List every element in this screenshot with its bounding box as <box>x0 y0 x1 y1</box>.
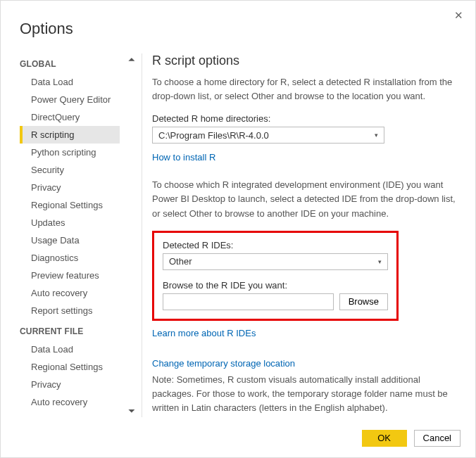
chevron-down-icon: ▾ <box>375 132 378 139</box>
sidebar-item-preview-features[interactable]: Preview features <box>20 267 120 284</box>
home-dir-value: C:\Program Files\R\R-4.0.0 <box>158 130 269 141</box>
ide-path-input[interactable] <box>163 293 334 310</box>
sidebar-item-usage-data[interactable]: Usage Data <box>20 231 120 249</box>
ide-value: Other <box>169 256 192 267</box>
ok-button[interactable]: OK <box>362 430 407 447</box>
ide-dropdown[interactable]: Other ▾ <box>163 253 388 270</box>
home-dir-dropdown[interactable]: C:\Program Files\R\R-4.0.0 ▾ <box>152 127 384 144</box>
ide-label: Detected R IDEs: <box>163 240 388 250</box>
sidebar-item-privacy[interactable]: Privacy <box>20 179 120 196</box>
panel-heading: R script options <box>152 53 459 68</box>
sidebar-item-directquery[interactable]: DirectQuery <box>20 108 120 126</box>
chevron-down-icon: ▾ <box>378 258 382 265</box>
learn-more-link[interactable]: Learn more about R IDEs <box>152 328 256 338</box>
browse-button[interactable]: Browse <box>339 293 388 310</box>
sidebar-item-cf-data-load[interactable]: Data Load <box>20 341 120 358</box>
scroll-down-icon[interactable]: ⏷ <box>125 405 137 417</box>
close-icon[interactable]: ✕ <box>451 7 466 23</box>
column-divider <box>142 53 142 417</box>
sidebar-scrollbar[interactable]: ⏶ ⏷ <box>125 53 137 417</box>
ide-highlight-box: Detected R IDEs: Other ▾ Browse to the R… <box>152 231 399 321</box>
sidebar: GLOBAL Data Load Power Query Editor Dire… <box>20 53 125 417</box>
ide-intro-text: To choose which R integrated development… <box>152 178 459 220</box>
browse-label: Browse to the R IDE you want: <box>163 280 388 291</box>
sidebar-item-data-load[interactable]: Data Load <box>20 73 120 91</box>
sidebar-item-regional-settings[interactable]: Regional Settings <box>20 196 120 214</box>
cancel-button[interactable]: Cancel <box>414 430 461 447</box>
sidebar-item-python-scripting[interactable]: Python scripting <box>20 144 120 161</box>
options-panel: R script options To choose a home direct… <box>152 53 463 417</box>
how-to-install-link[interactable]: How to install R <box>152 152 215 163</box>
sidebar-item-report-settings[interactable]: Report settings <box>20 302 120 319</box>
sidebar-item-cf-auto-recovery[interactable]: Auto recovery <box>20 393 120 411</box>
sidebar-header-global: GLOBAL <box>20 59 120 69</box>
sidebar-item-power-query-editor[interactable]: Power Query Editor <box>20 91 120 108</box>
scroll-up-icon[interactable]: ⏶ <box>125 53 137 65</box>
sidebar-header-current-file: CURRENT FILE <box>20 326 120 336</box>
sidebar-item-security[interactable]: Security <box>20 161 120 179</box>
sidebar-item-r-scripting[interactable]: R scripting <box>20 126 120 144</box>
note-text: Note: Sometimes, R custom visuals automa… <box>152 373 459 415</box>
change-temp-link[interactable]: Change temporary storage location <box>152 358 295 369</box>
sidebar-item-cf-privacy[interactable]: Privacy <box>20 376 120 393</box>
dialog-footer: OK Cancel <box>362 430 461 447</box>
sidebar-item-auto-recovery[interactable]: Auto recovery <box>20 284 120 302</box>
sidebar-item-diagnostics[interactable]: Diagnostics <box>20 249 120 267</box>
home-dir-label: Detected R home directories: <box>152 113 459 124</box>
window-title: Options <box>20 20 73 38</box>
sidebar-item-cf-regional-settings[interactable]: Regional Settings <box>20 358 120 376</box>
intro-text: To choose a home directory for R, select… <box>152 75 459 103</box>
sidebar-item-updates[interactable]: Updates <box>20 214 120 231</box>
